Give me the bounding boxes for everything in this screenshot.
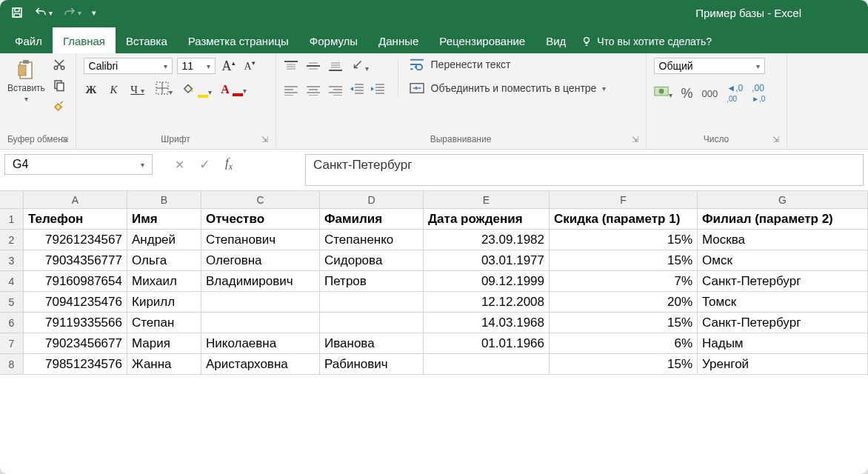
format-painter-button[interactable]: [53, 99, 66, 116]
cell[interactable]: Филиал (параметр 2): [698, 209, 868, 229]
cell[interactable]: Иванова: [320, 333, 424, 353]
cell[interactable]: 15%: [550, 313, 698, 333]
save-icon[interactable]: [10, 6, 24, 19]
tab-review[interactable]: Рецензирование: [429, 27, 535, 53]
chevron-down-icon[interactable]: ▾: [49, 9, 53, 17]
chevron-down-icon[interactable]: ▾: [24, 95, 28, 103]
font-size-select[interactable]: 11 ▾: [177, 58, 216, 74]
align-middle-button[interactable]: [306, 59, 321, 73]
cell[interactable]: 70941235476: [24, 292, 127, 312]
cell[interactable]: Степанович: [201, 230, 320, 250]
col-header-C[interactable]: C: [201, 191, 320, 208]
cell[interactable]: 79034356777: [24, 250, 127, 270]
cell[interactable]: Владимирович: [201, 271, 320, 291]
cell[interactable]: 79261234567: [24, 230, 127, 250]
align-bottom-button[interactable]: [328, 59, 343, 73]
cell[interactable]: Степан: [127, 313, 201, 333]
fill-color-button[interactable]: ▾: [181, 81, 212, 98]
increase-indent-button[interactable]: [371, 83, 384, 98]
cell[interactable]: Степаненко: [320, 230, 424, 250]
cell[interactable]: 79851234576: [24, 354, 127, 374]
cell[interactable]: Омск: [698, 250, 868, 270]
row-header[interactable]: 5: [0, 292, 24, 312]
col-header-E[interactable]: E: [424, 191, 550, 208]
row-header[interactable]: 4: [0, 271, 24, 291]
align-center-button[interactable]: [306, 84, 321, 97]
cell[interactable]: 79023456677: [24, 333, 127, 353]
paste-button[interactable]: Вставить ▾: [7, 58, 45, 103]
tab-insert[interactable]: Вставка: [116, 27, 178, 53]
percent-format-button[interactable]: %: [681, 86, 693, 101]
col-header-A[interactable]: A: [24, 191, 127, 208]
cell[interactable]: 03.01.1977: [424, 250, 550, 270]
cell[interactable]: 01.01.1966: [424, 333, 550, 353]
align-top-button[interactable]: [284, 59, 298, 73]
cell[interactable]: 79119335566: [24, 313, 127, 333]
row-header[interactable]: 8: [0, 354, 24, 374]
tab-view[interactable]: Вид: [535, 27, 576, 53]
font-color-button[interactable]: A ▾: [221, 83, 247, 96]
cell[interactable]: Аристарховна: [201, 354, 320, 374]
cell[interactable]: 79160987654: [24, 271, 127, 291]
cell[interactable]: [320, 292, 424, 312]
cell[interactable]: Отчество: [201, 209, 320, 229]
cell[interactable]: 15%: [550, 250, 698, 270]
increase-decimal-button[interactable]: ◄,0,00: [727, 83, 743, 104]
row-header[interactable]: 7: [0, 333, 24, 353]
decrease-decimal-button[interactable]: ,00►,0: [752, 83, 765, 104]
bold-button[interactable]: Ж: [84, 84, 99, 96]
cell[interactable]: 15%: [550, 230, 698, 250]
col-header-D[interactable]: D: [320, 191, 424, 208]
cell[interactable]: Кирилл: [127, 292, 201, 312]
cell[interactable]: Москва: [698, 230, 868, 250]
cell[interactable]: [201, 313, 320, 333]
dialog-launcher-icon[interactable]: ⇲: [261, 135, 268, 144]
cell[interactable]: [201, 292, 320, 312]
cell[interactable]: [320, 313, 424, 333]
cell[interactable]: Олеговна: [201, 250, 320, 270]
tab-formulas[interactable]: Формулы: [299, 27, 368, 53]
dialog-launcher-icon[interactable]: ⇲: [61, 135, 68, 144]
chevron-down-icon[interactable]: ▾: [141, 161, 144, 169]
cell[interactable]: [424, 354, 550, 374]
align-left-button[interactable]: [284, 84, 298, 97]
cell[interactable]: 20%: [550, 292, 698, 312]
cell[interactable]: Мария: [127, 333, 201, 353]
cell[interactable]: Скидка (параметр 1): [550, 209, 698, 229]
cell[interactable]: 6%: [550, 333, 698, 353]
enter-formula-button[interactable]: ✓: [199, 156, 210, 173]
cell[interactable]: 23.09.1982: [424, 230, 550, 250]
borders-button[interactable]: ▾: [156, 81, 173, 98]
row-header[interactable]: 2: [0, 230, 24, 250]
accounting-format-button[interactable]: ▾: [654, 86, 672, 101]
cell[interactable]: Томск: [698, 292, 868, 312]
cell[interactable]: Надым: [698, 333, 868, 353]
cell[interactable]: 12.12.2008: [424, 292, 550, 312]
cell[interactable]: Санкт-Петербург: [698, 313, 868, 333]
tab-data[interactable]: Данные: [368, 27, 429, 53]
dialog-launcher-icon[interactable]: ⇲: [772, 135, 779, 144]
decrease-font-button[interactable]: A▾: [242, 59, 258, 73]
insert-function-button[interactable]: fx: [225, 156, 233, 173]
dialog-launcher-icon[interactable]: ⇲: [632, 135, 638, 144]
cell[interactable]: Телефон: [24, 209, 127, 229]
wrap-text-button[interactable]: Перенести текст: [409, 58, 607, 71]
italic-button[interactable]: К: [107, 84, 119, 96]
cell[interactable]: Санкт-Петербург: [698, 271, 868, 291]
cell[interactable]: Дата рождения: [424, 209, 550, 229]
undo-button[interactable]: ▾: [34, 6, 53, 19]
col-header-F[interactable]: F: [550, 191, 698, 208]
copy-button[interactable]: [53, 79, 66, 95]
cell[interactable]: Николаевна: [201, 333, 320, 353]
cell[interactable]: 15%: [550, 354, 698, 374]
select-all-corner[interactable]: [0, 191, 24, 208]
font-name-select[interactable]: Calibri ▾: [84, 58, 173, 74]
tell-me-search[interactable]: Что вы хотите сделать?: [581, 36, 712, 53]
align-right-button[interactable]: [328, 84, 343, 97]
cell[interactable]: Рабинович: [320, 354, 424, 374]
cancel-formula-button[interactable]: ✕: [175, 158, 184, 172]
name-box[interactable]: G4 ▾: [4, 154, 153, 175]
cell[interactable]: Жанна: [127, 354, 201, 374]
cell[interactable]: 7%: [550, 271, 698, 291]
row-header[interactable]: 1: [0, 209, 24, 229]
